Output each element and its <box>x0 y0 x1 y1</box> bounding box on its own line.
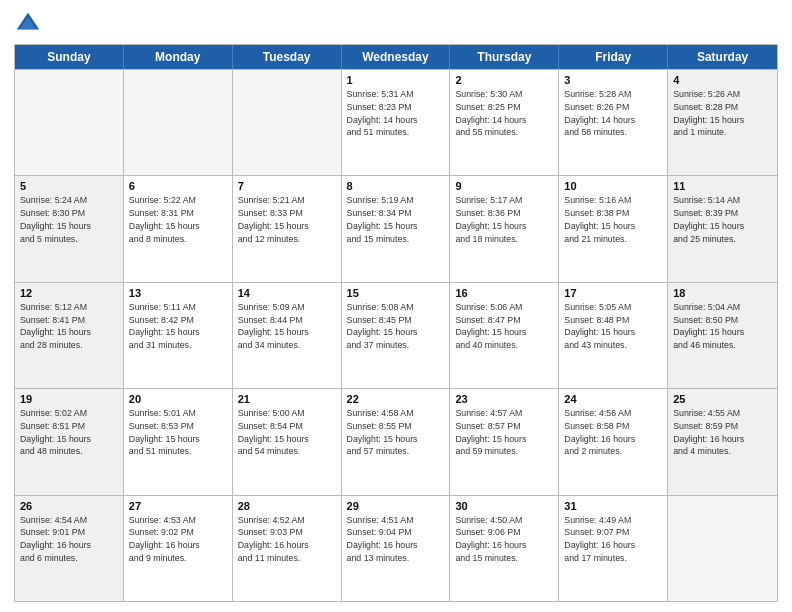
day-cell-13: 13Sunrise: 5:11 AM Sunset: 8:42 PM Dayli… <box>124 283 233 388</box>
day-number: 1 <box>347 74 445 86</box>
day-number: 23 <box>455 393 553 405</box>
day-number: 15 <box>347 287 445 299</box>
day-info: Sunrise: 4:58 AM Sunset: 8:55 PM Dayligh… <box>347 407 445 458</box>
day-cell-20: 20Sunrise: 5:01 AM Sunset: 8:53 PM Dayli… <box>124 389 233 494</box>
calendar: SundayMondayTuesdayWednesdayThursdayFrid… <box>14 44 778 602</box>
header <box>14 10 778 38</box>
day-info: Sunrise: 5:28 AM Sunset: 8:26 PM Dayligh… <box>564 88 662 139</box>
day-cell-24: 24Sunrise: 4:56 AM Sunset: 8:58 PM Dayli… <box>559 389 668 494</box>
day-number: 6 <box>129 180 227 192</box>
day-number: 11 <box>673 180 772 192</box>
day-info: Sunrise: 5:30 AM Sunset: 8:25 PM Dayligh… <box>455 88 553 139</box>
calendar-header: SundayMondayTuesdayWednesdayThursdayFrid… <box>15 45 777 69</box>
day-cell-27: 27Sunrise: 4:53 AM Sunset: 9:02 PM Dayli… <box>124 496 233 601</box>
day-info: Sunrise: 5:04 AM Sunset: 8:50 PM Dayligh… <box>673 301 772 352</box>
day-cell-31: 31Sunrise: 4:49 AM Sunset: 9:07 PM Dayli… <box>559 496 668 601</box>
day-cell-26: 26Sunrise: 4:54 AM Sunset: 9:01 PM Dayli… <box>15 496 124 601</box>
weekday-header-friday: Friday <box>559 45 668 69</box>
day-cell-4: 4Sunrise: 5:26 AM Sunset: 8:28 PM Daylig… <box>668 70 777 175</box>
day-number: 13 <box>129 287 227 299</box>
day-cell-28: 28Sunrise: 4:52 AM Sunset: 9:03 PM Dayli… <box>233 496 342 601</box>
page: SundayMondayTuesdayWednesdayThursdayFrid… <box>0 0 792 612</box>
logo-icon <box>14 10 42 38</box>
day-cell-15: 15Sunrise: 5:08 AM Sunset: 8:45 PM Dayli… <box>342 283 451 388</box>
day-cell-11: 11Sunrise: 5:14 AM Sunset: 8:39 PM Dayli… <box>668 176 777 281</box>
day-info: Sunrise: 5:06 AM Sunset: 8:47 PM Dayligh… <box>455 301 553 352</box>
day-number: 5 <box>20 180 118 192</box>
empty-cell-0-1 <box>124 70 233 175</box>
weekday-header-wednesday: Wednesday <box>342 45 451 69</box>
day-cell-14: 14Sunrise: 5:09 AM Sunset: 8:44 PM Dayli… <box>233 283 342 388</box>
day-number: 29 <box>347 500 445 512</box>
day-cell-5: 5Sunrise: 5:24 AM Sunset: 8:30 PM Daylig… <box>15 176 124 281</box>
day-info: Sunrise: 4:49 AM Sunset: 9:07 PM Dayligh… <box>564 514 662 565</box>
day-cell-8: 8Sunrise: 5:19 AM Sunset: 8:34 PM Daylig… <box>342 176 451 281</box>
day-cell-17: 17Sunrise: 5:05 AM Sunset: 8:48 PM Dayli… <box>559 283 668 388</box>
day-info: Sunrise: 5:21 AM Sunset: 8:33 PM Dayligh… <box>238 194 336 245</box>
weekday-header-tuesday: Tuesday <box>233 45 342 69</box>
calendar-body: 1Sunrise: 5:31 AM Sunset: 8:23 PM Daylig… <box>15 69 777 601</box>
day-info: Sunrise: 5:31 AM Sunset: 8:23 PM Dayligh… <box>347 88 445 139</box>
day-info: Sunrise: 4:55 AM Sunset: 8:59 PM Dayligh… <box>673 407 772 458</box>
day-number: 14 <box>238 287 336 299</box>
calendar-row-4: 26Sunrise: 4:54 AM Sunset: 9:01 PM Dayli… <box>15 495 777 601</box>
day-info: Sunrise: 5:05 AM Sunset: 8:48 PM Dayligh… <box>564 301 662 352</box>
day-number: 27 <box>129 500 227 512</box>
calendar-row-1: 5Sunrise: 5:24 AM Sunset: 8:30 PM Daylig… <box>15 175 777 281</box>
day-cell-19: 19Sunrise: 5:02 AM Sunset: 8:51 PM Dayli… <box>15 389 124 494</box>
day-info: Sunrise: 5:01 AM Sunset: 8:53 PM Dayligh… <box>129 407 227 458</box>
day-number: 24 <box>564 393 662 405</box>
calendar-row-2: 12Sunrise: 5:12 AM Sunset: 8:41 PM Dayli… <box>15 282 777 388</box>
empty-cell-0-2 <box>233 70 342 175</box>
day-number: 22 <box>347 393 445 405</box>
day-info: Sunrise: 4:56 AM Sunset: 8:58 PM Dayligh… <box>564 407 662 458</box>
day-info: Sunrise: 5:16 AM Sunset: 8:38 PM Dayligh… <box>564 194 662 245</box>
day-info: Sunrise: 4:51 AM Sunset: 9:04 PM Dayligh… <box>347 514 445 565</box>
calendar-row-0: 1Sunrise: 5:31 AM Sunset: 8:23 PM Daylig… <box>15 69 777 175</box>
day-info: Sunrise: 4:54 AM Sunset: 9:01 PM Dayligh… <box>20 514 118 565</box>
day-cell-3: 3Sunrise: 5:28 AM Sunset: 8:26 PM Daylig… <box>559 70 668 175</box>
day-cell-10: 10Sunrise: 5:16 AM Sunset: 8:38 PM Dayli… <box>559 176 668 281</box>
day-info: Sunrise: 4:52 AM Sunset: 9:03 PM Dayligh… <box>238 514 336 565</box>
day-info: Sunrise: 4:53 AM Sunset: 9:02 PM Dayligh… <box>129 514 227 565</box>
day-number: 9 <box>455 180 553 192</box>
empty-cell-4-6 <box>668 496 777 601</box>
day-number: 19 <box>20 393 118 405</box>
day-number: 8 <box>347 180 445 192</box>
day-number: 26 <box>20 500 118 512</box>
day-info: Sunrise: 5:02 AM Sunset: 8:51 PM Dayligh… <box>20 407 118 458</box>
day-number: 31 <box>564 500 662 512</box>
weekday-header-sunday: Sunday <box>15 45 124 69</box>
calendar-row-3: 19Sunrise: 5:02 AM Sunset: 8:51 PM Dayli… <box>15 388 777 494</box>
day-info: Sunrise: 5:17 AM Sunset: 8:36 PM Dayligh… <box>455 194 553 245</box>
day-number: 21 <box>238 393 336 405</box>
day-cell-12: 12Sunrise: 5:12 AM Sunset: 8:41 PM Dayli… <box>15 283 124 388</box>
day-cell-9: 9Sunrise: 5:17 AM Sunset: 8:36 PM Daylig… <box>450 176 559 281</box>
day-cell-25: 25Sunrise: 4:55 AM Sunset: 8:59 PM Dayli… <box>668 389 777 494</box>
day-info: Sunrise: 5:24 AM Sunset: 8:30 PM Dayligh… <box>20 194 118 245</box>
weekday-header-thursday: Thursday <box>450 45 559 69</box>
day-cell-29: 29Sunrise: 4:51 AM Sunset: 9:04 PM Dayli… <box>342 496 451 601</box>
day-cell-2: 2Sunrise: 5:30 AM Sunset: 8:25 PM Daylig… <box>450 70 559 175</box>
day-cell-30: 30Sunrise: 4:50 AM Sunset: 9:06 PM Dayli… <box>450 496 559 601</box>
day-info: Sunrise: 5:12 AM Sunset: 8:41 PM Dayligh… <box>20 301 118 352</box>
day-cell-21: 21Sunrise: 5:00 AM Sunset: 8:54 PM Dayli… <box>233 389 342 494</box>
day-info: Sunrise: 5:22 AM Sunset: 8:31 PM Dayligh… <box>129 194 227 245</box>
logo <box>14 10 44 38</box>
day-number: 3 <box>564 74 662 86</box>
weekday-header-monday: Monday <box>124 45 233 69</box>
day-cell-16: 16Sunrise: 5:06 AM Sunset: 8:47 PM Dayli… <box>450 283 559 388</box>
day-number: 20 <box>129 393 227 405</box>
day-number: 25 <box>673 393 772 405</box>
day-number: 30 <box>455 500 553 512</box>
day-number: 17 <box>564 287 662 299</box>
weekday-header-saturday: Saturday <box>668 45 777 69</box>
day-info: Sunrise: 5:00 AM Sunset: 8:54 PM Dayligh… <box>238 407 336 458</box>
day-info: Sunrise: 5:11 AM Sunset: 8:42 PM Dayligh… <box>129 301 227 352</box>
day-cell-22: 22Sunrise: 4:58 AM Sunset: 8:55 PM Dayli… <box>342 389 451 494</box>
day-number: 10 <box>564 180 662 192</box>
day-number: 28 <box>238 500 336 512</box>
day-cell-18: 18Sunrise: 5:04 AM Sunset: 8:50 PM Dayli… <box>668 283 777 388</box>
day-number: 4 <box>673 74 772 86</box>
day-number: 18 <box>673 287 772 299</box>
